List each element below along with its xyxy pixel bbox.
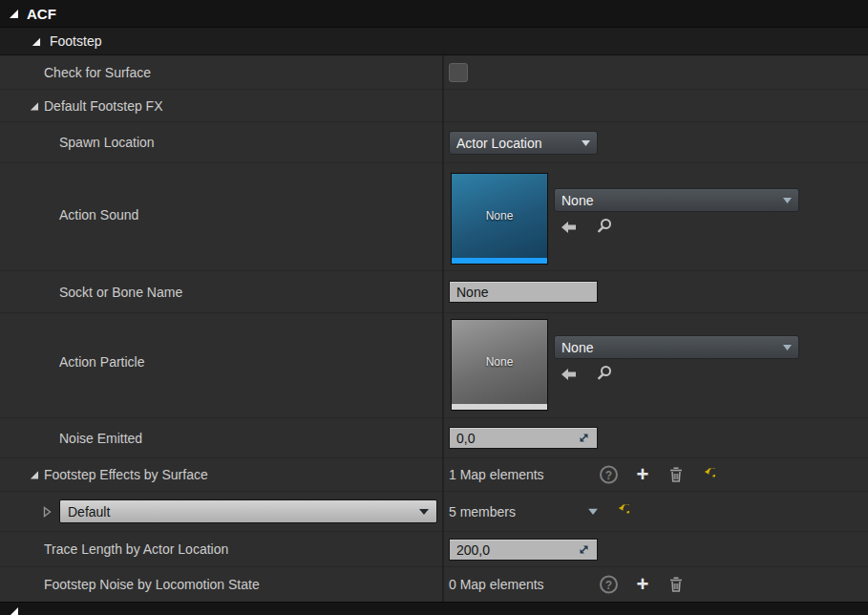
action-sound-label: Action Sound <box>59 207 138 223</box>
category-header-footstep[interactable]: Footstep <box>0 28 868 55</box>
action-sound-thumbnail-label: None <box>486 209 514 223</box>
expand-value-icon[interactable] <box>578 432 590 444</box>
action-sound-asset-dropdown[interactable]: None <box>554 188 799 212</box>
left-arrow-icon <box>561 368 578 381</box>
trace-length-value: 200,0 <box>456 542 578 558</box>
members-dropdown-icon[interactable] <box>588 508 598 515</box>
expander-next-category-icon[interactable] <box>8 605 19 615</box>
expander-footstep-effects-icon[interactable] <box>29 470 39 480</box>
sockt-or-bone-name-value: None <box>456 285 590 300</box>
delete-elements-button[interactable] <box>668 466 684 483</box>
property-row-trace-length: Trace Length by Actor Location 200,0 <box>0 532 868 567</box>
help-icon[interactable]: ? <box>600 576 618 594</box>
spawn-location-dropdown[interactable]: Actor Location <box>449 131 598 155</box>
particle-asset-color-strip <box>452 404 547 410</box>
chevron-down-icon <box>783 198 792 203</box>
category-acf-label: ACF <box>27 6 56 22</box>
expander-footstep-icon[interactable] <box>31 36 41 47</box>
map-value-members-summary: 5 members <box>449 504 516 520</box>
sound-asset-color-strip <box>452 258 547 264</box>
footstep-effects-by-surface-label: Footstep Effects by Surface <box>44 467 208 482</box>
property-row-check-for-surface: Check for Surface <box>0 55 868 90</box>
browse-to-asset-button[interactable] <box>596 217 613 234</box>
expander-default-footstep-fx-icon[interactable] <box>29 100 39 111</box>
trash-icon <box>669 577 683 592</box>
spawn-location-label: Spawn Location <box>59 135 155 150</box>
map-key-dropdown[interactable]: Default <box>59 499 437 523</box>
noise-emitted-input[interactable]: 0,0 <box>449 427 598 449</box>
reset-to-default-button[interactable] <box>701 468 715 482</box>
add-element-button[interactable]: + <box>634 576 651 593</box>
footstep-noise-label: Footstep Noise by Locomotion State <box>44 577 260 592</box>
expander-acf-icon[interactable] <box>8 8 19 19</box>
delete-elements-button[interactable] <box>668 576 684 593</box>
property-row-spawn-location: Spawn Location Actor Location <box>0 122 868 163</box>
reset-arrow-icon <box>702 468 715 481</box>
property-row-action-sound: Action Sound None None <box>0 163 868 271</box>
sockt-or-bone-name-label: Sockt or Bone Name <box>59 285 182 300</box>
action-particle-thumbnail-face: None <box>452 320 547 404</box>
default-footstep-fx-label: Default Footstep FX <box>44 98 163 114</box>
property-row-sockt-or-bone-name: Sockt or Bone Name None <box>0 271 868 313</box>
check-for-surface-label: Check for Surface <box>44 65 151 80</box>
action-particle-thumbnail-label: None <box>486 355 514 369</box>
category-header-next[interactable] <box>0 602 868 615</box>
trash-icon <box>669 467 683 482</box>
chevron-down-icon <box>783 345 792 350</box>
footstep-effects-map-summary: 1 Map elements <box>449 467 544 482</box>
action-sound-asset-value: None <box>561 193 783 208</box>
expand-value-icon[interactable] <box>578 543 590 556</box>
category-footstep-label: Footstep <box>50 33 101 49</box>
check-for-surface-checkbox[interactable] <box>449 63 468 82</box>
action-sound-thumbnail-face: None <box>452 174 547 258</box>
action-particle-asset-dropdown[interactable]: None <box>554 335 799 359</box>
action-particle-label: Action Particle <box>59 354 144 370</box>
left-arrow-icon <box>561 221 578 234</box>
noise-emitted-value: 0,0 <box>456 431 578 446</box>
use-selected-asset-button[interactable] <box>560 366 579 383</box>
browse-to-asset-button[interactable] <box>596 364 613 381</box>
properties-body: Check for Surface Default Footstep FX Sp… <box>0 55 868 602</box>
reset-arrow-icon <box>616 505 629 519</box>
property-row-footstep-noise: Footstep Noise by Locomotion State 0 Map… <box>0 567 868 602</box>
action-sound-thumbnail[interactable]: None <box>451 173 548 265</box>
map-key-value: Default <box>68 504 419 520</box>
use-selected-asset-button[interactable] <box>560 219 579 236</box>
trace-length-input[interactable]: 200,0 <box>449 539 598 561</box>
trace-length-label: Trace Length by Actor Location <box>44 541 228 557</box>
property-row-action-particle: Action Particle None None <box>0 313 868 418</box>
expander-collapsed-icon[interactable] <box>43 506 52 518</box>
action-particle-thumbnail[interactable]: None <box>451 319 548 411</box>
chevron-down-icon <box>419 509 429 515</box>
column-splitter[interactable] <box>442 55 444 602</box>
sockt-or-bone-name-input[interactable]: None <box>449 281 598 303</box>
magnifier-icon <box>597 218 613 234</box>
category-header-acf[interactable]: ACF <box>0 0 868 28</box>
details-panel: ACF Footstep Check for Surface Default F… <box>0 0 868 615</box>
spawn-location-value: Actor Location <box>456 136 582 151</box>
footstep-noise-map-summary: 0 Map elements <box>449 577 544 592</box>
magnifier-icon <box>597 365 613 381</box>
add-element-button[interactable]: + <box>634 466 651 483</box>
action-particle-asset-value: None <box>561 340 783 355</box>
property-row-footstep-effects-by-surface: Footstep Effects by Surface 1 Map elemen… <box>0 458 868 492</box>
property-row-noise-emitted: Noise Emitted 0,0 <box>0 418 868 458</box>
map-element-row-default: Default 5 members <box>0 492 868 532</box>
chevron-down-icon <box>582 140 590 146</box>
help-icon[interactable]: ? <box>600 466 618 484</box>
reset-to-default-button[interactable] <box>615 504 629 519</box>
noise-emitted-label: Noise Emitted <box>59 431 142 446</box>
property-row-default-footstep-fx[interactable]: Default Footstep FX <box>0 90 868 122</box>
